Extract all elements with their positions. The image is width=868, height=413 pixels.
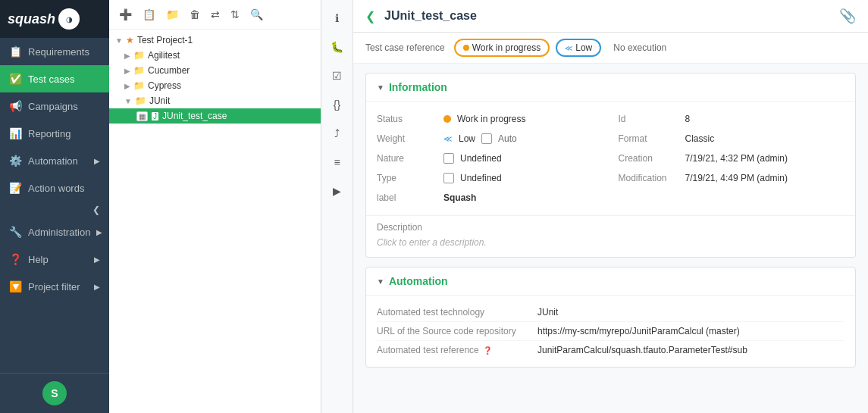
info-row-id: Id 8	[619, 109, 845, 129]
help-circle-icon: ❓	[483, 346, 492, 355]
side-icon-code[interactable]: {}	[325, 92, 349, 117]
user-avatar[interactable]: S	[42, 381, 67, 405]
priority-badge[interactable]: ≪ Low	[556, 39, 601, 57]
tree-node-cucumber[interactable]: ▶ 📁 Cucumber	[109, 63, 321, 78]
info-row-creation: Creation 7/19/21, 4:32 PM (admin)	[619, 149, 845, 168]
sidebar-label-test-cases: Test cases	[28, 74, 74, 85]
test-cases-icon: ✅	[9, 73, 22, 85]
sidebar-item-reporting[interactable]: 📊 Reporting	[0, 120, 109, 147]
requirements-icon: 📋	[9, 45, 22, 58]
tree-sort-button[interactable]: ⇅	[227, 6, 243, 23]
auto-checkbox[interactable]	[481, 133, 492, 144]
auto-val-technology: JUnit	[537, 307, 558, 318]
main-header: ❮ JUnit_test_case 📎	[353, 0, 868, 33]
campaigns-icon: 📢	[9, 100, 22, 112]
sidebar-label-requirements: Requirements	[28, 46, 89, 58]
star-icon: ★	[126, 35, 134, 45]
side-icon-bug[interactable]: 🐛	[325, 35, 349, 59]
side-icon-play[interactable]: ▶	[325, 179, 349, 203]
priority-badge-label: Low	[575, 42, 592, 53]
auto-label: Auto	[498, 133, 517, 144]
information-section-header[interactable]: ▼ Information	[366, 74, 855, 101]
automation-section: ▼ Automation Automated test technology J…	[365, 267, 856, 368]
automation-icon: ⚙️	[9, 155, 22, 167]
sidebar-label-reporting: Reporting	[28, 128, 71, 139]
tree-copy-button[interactable]: 📋	[139, 6, 159, 23]
auto-row-repo: URL of the Source code repository https:…	[377, 322, 844, 341]
id-value: 8	[685, 114, 691, 124]
action-words-icon: 📝	[9, 182, 22, 194]
auto-key-repo: URL of the Source code repository	[377, 326, 528, 336]
tree-node-junit-test[interactable]: ▦ J JUnit_test_case	[109, 108, 321, 124]
nature-value: Undefined	[460, 153, 502, 164]
information-section-body: Status Work in progress Weight ≪ Low Aut…	[366, 101, 855, 215]
auto-row-technology: Automated test technology JUnit	[377, 303, 844, 322]
sidebar-item-administration[interactable]: 🔧 Administration ▶	[0, 218, 109, 246]
description-input[interactable]: Click to enter a description.	[377, 237, 844, 248]
information-section-title: Information	[389, 81, 447, 93]
sidebar: squash ◑ 📋 Requirements ✅ Test cases 📢 C…	[0, 0, 109, 413]
sidebar-bottom: S	[0, 373, 109, 413]
logo-icon: ◑	[58, 8, 80, 30]
tree-expand-agilitest: ▶	[124, 52, 130, 60]
sidebar-item-campaigns[interactable]: 📢 Campaigns	[0, 92, 109, 120]
tree-node-agilitest[interactable]: ▶ 📁 Agilitest	[109, 48, 321, 63]
sidebar-label-automation: Automation	[28, 155, 78, 167]
sidebar-item-project-filter[interactable]: 🔽 Project filter ▶	[0, 273, 109, 300]
panel-collapse-button[interactable]: ❮	[365, 9, 375, 23]
logo-text: squash	[8, 11, 55, 27]
tree-node-label-agilitest: Agilitest	[148, 50, 180, 61]
tree-paste-button[interactable]: 📁	[162, 6, 183, 23]
sidebar-label-administration: Administration	[28, 227, 90, 238]
auto-key-technology: Automated test technology	[377, 307, 528, 318]
tree-search-button[interactable]: 🔍	[246, 6, 267, 23]
side-icon-strip: ℹ 🐛 ☑ {} ⤴ ≡ ▶	[321, 0, 353, 413]
sidebar-item-automation[interactable]: ⚙️ Automation ▶	[0, 147, 109, 174]
info-row-label: label Squash	[377, 188, 603, 208]
weight-low-icon: ≪	[443, 134, 453, 144]
tree-content: ▼ ★ Test Project-1 ▶ 📁 Agilitest ▶ 📁 Cuc…	[109, 30, 321, 413]
creation-value: 7/19/21, 4:32 PM (admin)	[685, 153, 788, 164]
sidebar-collapse-btn[interactable]: ❮	[0, 202, 109, 218]
tree-expand-root: ▼	[115, 36, 123, 45]
side-icon-share[interactable]: ⤴	[325, 121, 349, 145]
tree-node-root[interactable]: ▼ ★ Test Project-1	[109, 33, 321, 48]
automation-section-header[interactable]: ▼ Automation	[366, 268, 855, 295]
id-label: Id	[619, 114, 679, 124]
creation-label: Creation	[619, 153, 679, 164]
auto-key-reference: Automated test reference ❓	[377, 345, 528, 355]
tree-node-cypress[interactable]: ▶ 📁 Cypress	[109, 78, 321, 93]
sidebar-item-test-cases[interactable]: ✅ Test cases	[0, 65, 109, 92]
type-icon	[443, 173, 454, 183]
info-grid: Status Work in progress Weight ≪ Low Aut…	[377, 109, 844, 208]
project-filter-icon: 🔽	[9, 280, 22, 293]
tree-node-junit[interactable]: ▼ 📁 JUnit	[109, 93, 321, 108]
info-row-type: Type Undefined	[377, 168, 603, 188]
tree-expand-junit: ▼	[124, 97, 132, 105]
help-chevron: ▶	[94, 255, 100, 264]
sidebar-item-action-words[interactable]: 📝 Action words	[0, 174, 109, 202]
project-filter-chevron: ▶	[94, 283, 100, 291]
help-icon: ❓	[9, 253, 22, 265]
folder-icon-junit: 📁	[135, 95, 146, 106]
tree-delete-button[interactable]: 🗑	[186, 6, 204, 23]
junit-label-icon: J	[151, 111, 159, 121]
sidebar-item-requirements[interactable]: 📋 Requirements	[0, 38, 109, 65]
sidebar-label-help: Help	[28, 254, 49, 265]
side-icon-list[interactable]: ≡	[325, 150, 349, 174]
status-badge[interactable]: Work in progress	[454, 39, 550, 57]
label-value: Squash	[443, 192, 476, 203]
description-area: Description Click to enter a description…	[366, 215, 855, 257]
tree-add-button[interactable]: ➕	[115, 6, 136, 23]
tree-move-button[interactable]: ⇄	[207, 6, 224, 23]
status-dot	[463, 45, 469, 51]
status-value: Work in progress	[457, 114, 525, 124]
weight-label: Weight	[377, 133, 437, 144]
sidebar-item-help[interactable]: ❓ Help ▶	[0, 246, 109, 273]
info-row-nature: Nature Undefined	[377, 149, 603, 168]
modification-label: Modification	[619, 173, 679, 183]
tree-node-label-junit-test: JUnit_test_case	[162, 111, 227, 121]
description-label: Description	[377, 222, 844, 233]
side-icon-info[interactable]: ℹ	[325, 6, 349, 30]
side-icon-check[interactable]: ☑	[325, 64, 349, 88]
